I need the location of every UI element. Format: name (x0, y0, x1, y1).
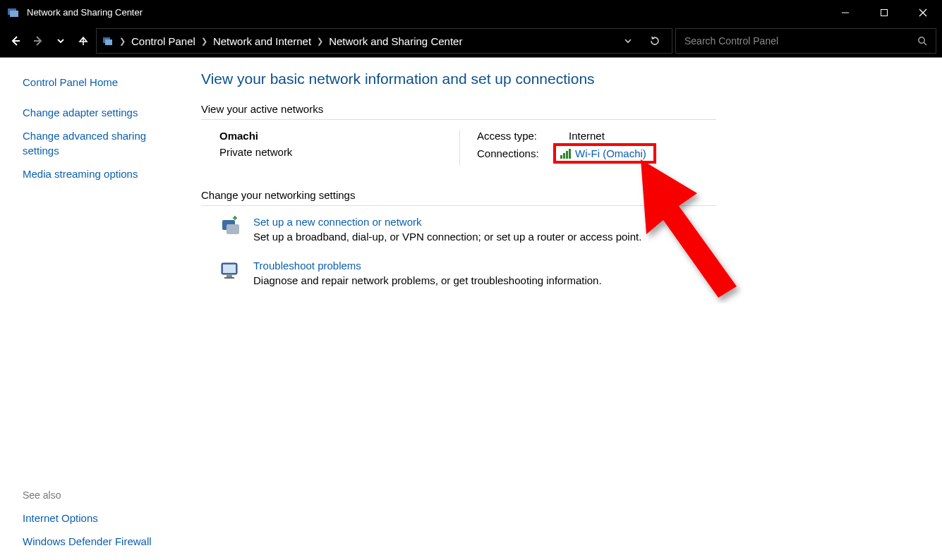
chevron-down-icon[interactable] (624, 37, 632, 45)
back-button[interactable] (6, 31, 25, 51)
svg-rect-19 (227, 275, 232, 277)
search-icon (917, 36, 927, 46)
svg-line-12 (924, 42, 926, 45)
see-also-title: See also (23, 489, 174, 501)
svg-rect-10 (105, 39, 112, 45)
access-type-label: Access type: (477, 130, 548, 142)
svg-rect-1 (10, 11, 18, 17)
see-also-defender-firewall[interactable]: Windows Defender Firewall (23, 534, 174, 549)
breadcrumb-item[interactable]: Network and Internet (213, 35, 311, 47)
chevron-right-icon: ❯ (317, 37, 323, 46)
window-controls (826, 0, 942, 25)
svg-rect-20 (224, 277, 234, 279)
setting-desc: Diagnose and repair network problems, or… (253, 274, 602, 286)
sidebar-link-adapter[interactable]: Change adapter settings (23, 105, 174, 120)
troubleshoot-icon (219, 260, 242, 282)
svg-rect-14 (227, 224, 239, 234)
svg-point-11 (919, 37, 924, 43)
sidebar-link-advanced-sharing[interactable]: Change advanced sharing settings (23, 128, 174, 158)
svg-rect-16 (234, 216, 236, 220)
sidebar: Control Panel Home Change adapter settin… (0, 58, 187, 560)
up-button[interactable] (73, 31, 93, 51)
sidebar-home-link[interactable]: Control Panel Home (23, 75, 174, 90)
network-name: Omachi (219, 130, 459, 142)
setting-link: Set up a new connection or network (253, 216, 641, 228)
wifi-signal-icon (560, 149, 571, 159)
connections-label: Connections: (477, 147, 548, 159)
section-active-networks: View your active networks (201, 103, 716, 120)
svg-rect-18 (223, 264, 236, 273)
content-area: Control Panel Home Change adapter settin… (0, 57, 942, 560)
location-icon (102, 35, 114, 47)
page-title: View your basic network information and … (201, 71, 914, 87)
location-bar[interactable]: ❯ Control Panel ❯ Network and Internet ❯… (96, 28, 672, 54)
titlebar: Network and Sharing Center (0, 0, 942, 25)
connection-link[interactable]: Wi-Fi (Omachi) (553, 143, 656, 164)
window-title: Network and Sharing Center (27, 7, 143, 18)
network-kind: Private network (219, 146, 459, 158)
new-connection-icon (219, 216, 242, 238)
address-bar: ❯ Control Panel ❯ Network and Internet ❯… (0, 25, 942, 57)
see-also-internet-options[interactable]: Internet Options (23, 511, 174, 525)
recent-dropdown[interactable] (51, 31, 71, 51)
svg-rect-3 (881, 9, 887, 16)
active-network-row: Omachi Private network Access type: Inte… (201, 130, 716, 165)
minimize-button[interactable] (826, 0, 864, 25)
connection-link-text: Wi-Fi (Omachi) (575, 147, 646, 159)
main-panel: View your basic network information and … (187, 58, 942, 560)
see-also: See also Internet Options Windows Defend… (23, 489, 174, 557)
chevron-right-icon: ❯ (119, 37, 126, 46)
setting-link: Troubleshoot problems (253, 260, 602, 272)
section-change-settings: Change your networking settings (201, 189, 716, 206)
sidebar-link-media-streaming[interactable]: Media streaming options (23, 166, 174, 181)
maximize-button[interactable] (864, 0, 903, 25)
setting-troubleshoot[interactable]: Troubleshoot problems Diagnose and repai… (219, 260, 914, 286)
search-input[interactable]: Search Control Panel (675, 28, 936, 54)
setting-desc: Set up a broadband, dial-up, or VPN conn… (253, 231, 641, 243)
breadcrumb-item[interactable]: Control Panel (131, 35, 195, 47)
app-icon (7, 6, 20, 19)
refresh-icon[interactable] (649, 35, 660, 47)
setting-new-connection[interactable]: Set up a new connection or network Set u… (219, 216, 914, 243)
forward-button[interactable] (28, 31, 48, 51)
access-type-value: Internet (548, 130, 605, 142)
search-placeholder: Search Control Panel (684, 35, 778, 47)
breadcrumb-item[interactable]: Network and Sharing Center (329, 35, 462, 47)
chevron-right-icon: ❯ (201, 37, 207, 46)
close-button[interactable] (903, 0, 942, 25)
